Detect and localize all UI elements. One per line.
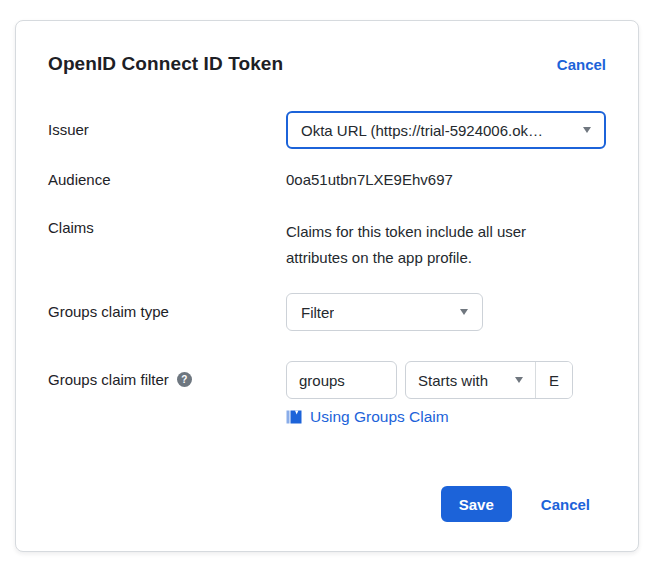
match-group: Starts with: [405, 361, 573, 399]
groups-claim-type-label: Groups claim type: [48, 293, 286, 331]
book-icon: [286, 409, 302, 425]
groups-claim-type-row: Groups claim type Filter: [48, 293, 606, 331]
claims-description: Claims for this token include all user a…: [286, 219, 576, 271]
using-groups-claim-link[interactable]: Using Groups Claim: [310, 408, 449, 426]
groups-claim-filter-controls: Starts with: [286, 361, 606, 399]
chevron-down-icon: [515, 377, 523, 383]
issuer-row: Issuer Okta URL (https://trial-5924006.o…: [48, 111, 606, 149]
filter-name-input[interactable]: [286, 361, 397, 399]
claims-label: Claims: [48, 219, 286, 271]
question-mark-icon[interactable]: ?: [177, 372, 192, 387]
issuer-select[interactable]: Okta URL (https://trial-5924006.ok…: [286, 111, 606, 149]
audience-row: Audience 0oa51utbn7LXE9Ehv697: [48, 171, 606, 188]
card-header: OpenID Connect ID Token Cancel: [48, 53, 606, 75]
chevron-down-icon: [583, 127, 591, 133]
groups-claim-filter-label: Groups claim filter: [48, 371, 169, 388]
groups-claim-filter-row: Groups claim filter ? Starts with: [48, 361, 606, 426]
openid-token-card: OpenID Connect ID Token Cancel Issuer Ok…: [15, 20, 639, 552]
match-value-input[interactable]: [535, 362, 572, 398]
header-cancel-link[interactable]: Cancel: [557, 56, 606, 73]
save-button[interactable]: Save: [441, 486, 512, 522]
groups-claim-type-select[interactable]: Filter: [286, 293, 483, 331]
claims-row: Claims Claims for this token include all…: [48, 219, 606, 271]
issuer-label: Issuer: [48, 111, 286, 149]
chevron-down-icon: [460, 309, 468, 315]
groups-claim-type-value: Filter: [301, 304, 334, 321]
match-type-select[interactable]: Starts with: [406, 362, 535, 398]
audience-label: Audience: [48, 171, 286, 188]
card-footer: Save Cancel: [48, 486, 606, 522]
issuer-selected-value: Okta URL (https://trial-5924006.ok…: [301, 122, 543, 139]
match-type-value: Starts with: [418, 372, 488, 389]
footer-cancel-link[interactable]: Cancel: [541, 496, 590, 513]
audience-value: 0oa51utbn7LXE9Ehv697: [286, 171, 606, 188]
doc-link-row: Using Groups Claim: [286, 408, 606, 426]
page-title: OpenID Connect ID Token: [48, 53, 283, 75]
page: OpenID Connect ID Token Cancel Issuer Ok…: [0, 0, 654, 568]
groups-claim-filter-label-wrap: Groups claim filter ?: [48, 361, 286, 426]
